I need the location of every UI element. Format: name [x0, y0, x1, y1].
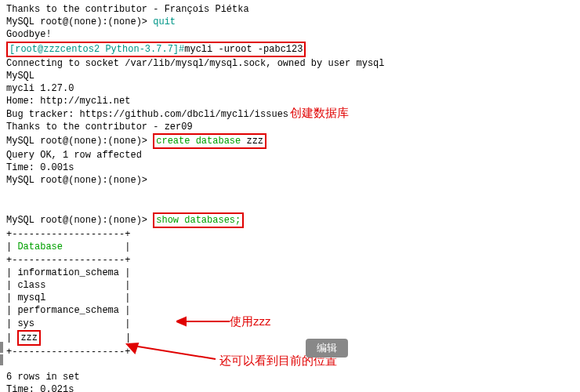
- table-row: | performance_schema |: [6, 304, 574, 317]
- gutter-marker-icon: [0, 342, 3, 353]
- table-row: | information_schema |: [6, 267, 574, 279]
- sql-keyword: create database: [156, 136, 241, 147]
- table-sep: +--------------------+: [6, 254, 574, 267]
- text-line: mycli 1.27.0: [6, 82, 574, 95]
- terminal-output[interactable]: Thanks to the contributor - François Pié…: [6, 3, 574, 392]
- annotation-use-zzz: 使用zzz: [230, 314, 271, 329]
- pipe: |: [6, 332, 12, 343]
- table-row: | mysql |: [6, 292, 574, 304]
- text-line: MySQL root@(none):(none)>: [6, 174, 574, 187]
- table-row: | zzz |: [6, 330, 574, 346]
- table-row: | class |: [6, 279, 574, 292]
- gutter-marker-icon: [0, 354, 3, 365]
- text-line: MySQL root@(none):(none)> create databas…: [6, 133, 574, 149]
- text-line: 6 rows in set: [6, 371, 574, 383]
- text-line: Query OK, 1 row affected: [6, 149, 574, 162]
- text-line: MySQL root@(none):(none)> show databases…: [6, 212, 574, 228]
- text-line: [root@zzzcentos2 Python-3.7.7]#mycli -ur…: [6, 42, 574, 57]
- table-row: | sys |: [6, 318, 574, 330]
- edit-button[interactable]: 编辑: [306, 339, 348, 358]
- command: quit: [153, 16, 176, 27]
- text-line: Thanks to the contributor - François Pié…: [6, 3, 574, 16]
- shell-prompt: [root@zzzcentos2 Python-3.7.7]#: [9, 44, 184, 55]
- table-header: | Database |: [6, 241, 574, 253]
- highlight-db: zzz: [17, 330, 41, 346]
- text-line: Time: 0.001s: [6, 162, 574, 174]
- command: mycli -uroot -pabc123: [184, 44, 303, 55]
- column-name: Database: [17, 241, 63, 252]
- table-sep: +--------------------+: [6, 228, 574, 241]
- prompt: MySQL root@(none):(none)>: [6, 16, 153, 27]
- text-line: Goodbye!: [6, 28, 574, 41]
- sql-keyword: show databases;: [156, 215, 241, 226]
- prompt: MySQL root@(none):(none)>: [6, 215, 147, 226]
- blank-line: [6, 187, 574, 200]
- text-line: Thanks to the contributor - zer09: [6, 121, 574, 133]
- sql-arg: zzz: [241, 136, 263, 147]
- text-line: Connecting to socket /var/lib/mysql/mysq…: [6, 57, 574, 70]
- pad: |: [41, 332, 131, 343]
- annotation-create-db: 创建数据库: [290, 105, 349, 121]
- text-line: MySQL root@(none):(none)> quit: [6, 16, 574, 28]
- text-line: MySQL: [6, 70, 574, 82]
- blank-line: [6, 200, 574, 212]
- text-line: Time: 0.021s: [6, 383, 574, 392]
- prompt: MySQL root@(none):(none)>: [6, 136, 147, 147]
